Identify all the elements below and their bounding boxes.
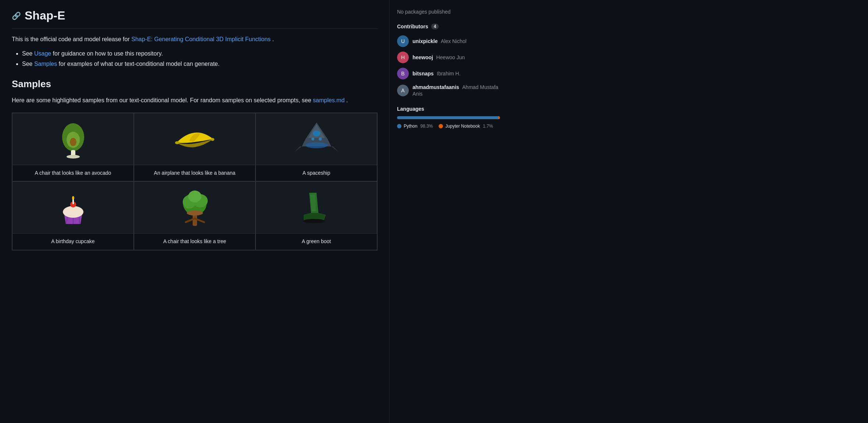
samples-link[interactable]: Samples [34, 61, 57, 67]
samples-intro-suffix: . [346, 97, 348, 103]
tree-chair-svg [176, 185, 213, 230]
cupcake-svg [55, 185, 92, 230]
svg-marker-13 [294, 146, 302, 152]
sample-caption-green-boot: A green boot [256, 233, 377, 250]
sample-caption-spaceship: A spaceship [256, 165, 377, 181]
svg-marker-14 [331, 146, 339, 152]
intro-bullets: See Usage for guidance on how to use thi… [22, 49, 378, 70]
svg-point-29 [187, 210, 203, 216]
svg-point-6 [211, 138, 214, 141]
samples-md-link[interactable]: samples.md [313, 97, 344, 103]
bullet-samples: See Samples for examples of what our tex… [22, 59, 378, 70]
contributor-heewooj[interactable]: H heewooj Heewoo Jun [397, 51, 500, 63]
contributor-username-bitsnaps: bitsnaps [412, 71, 434, 77]
svg-point-5 [175, 141, 179, 144]
page-title-section: 🔗 Shap-E [12, 9, 378, 29]
samples-intro: Here are some highlighted samples from o… [12, 96, 378, 105]
jupyter-dot [439, 124, 443, 128]
lang-jupyter: Jupyter Notebook 1.7% [439, 124, 493, 129]
contributors-header: Contributors 4 [397, 24, 500, 29]
languages-label: Languages [397, 106, 500, 112]
sample-image-cupcake [12, 182, 133, 233]
contributor-bitsnaps[interactable]: B bitsnaps Ibrahim H. [397, 68, 500, 79]
lang-python: Python 98.3% [397, 124, 433, 129]
sample-avocado-chair: A chair that looks like an avocado [12, 113, 134, 182]
page-title: Shap-E [25, 9, 65, 22]
link-anchor-icon: 🔗 [12, 11, 21, 20]
svg-text:B: B [401, 71, 404, 77]
main-content: 🔗 Shap-E This is the official code and m… [0, 0, 390, 423]
avatar-ahmadmustafaanis: A [397, 85, 409, 96]
svg-text:U: U [401, 38, 405, 44]
bullet-samples-text: for examples of what our text-conditiona… [57, 61, 219, 67]
contributor-fullname-bitsnaps: Ibrahim H. [437, 71, 461, 77]
jupyter-label: Jupyter Notebook [445, 124, 480, 129]
language-legend: Python 98.3% Jupyter Notebook 1.7% [397, 124, 500, 129]
sample-image-tree-chair [134, 182, 255, 233]
bullet-usage: See Usage for guidance on how to use thi… [22, 49, 378, 59]
sample-image-banana-airplane [134, 113, 255, 165]
svg-point-4 [67, 155, 80, 159]
avatar-bitsnaps: B [397, 68, 409, 79]
sidebar: No packages published Contributors 4 U u… [390, 0, 507, 423]
contributor-unixpickle[interactable]: U unixpickle Alex Nichol [397, 35, 500, 47]
bullet-usage-text: for guidance on how to use this reposito… [51, 50, 163, 57]
contributor-username-heewooj: heewooj [412, 54, 433, 60]
svg-text:H: H [401, 54, 405, 60]
spaceship-svg [293, 119, 340, 159]
sample-cupcake: A birthday cupcake [12, 181, 134, 250]
sample-image-spaceship [256, 113, 377, 165]
python-dot [397, 124, 401, 128]
svg-point-21 [72, 196, 74, 200]
svg-point-2 [70, 138, 76, 146]
usage-link[interactable]: Usage [34, 50, 51, 57]
shap-e-paper-link[interactable]: Shap-E: Generating Conditional 3D Implic… [131, 36, 271, 42]
samples-section-title: Samples [12, 78, 378, 90]
samples-grid: A chair that looks like an avocado An ai… [12, 113, 378, 250]
sample-tree-chair: A chair that looks like a tree [134, 181, 256, 250]
sample-caption-cupcake: A birthday cupcake [12, 233, 133, 250]
samples-intro-text: Here are some highlighted samples from o… [12, 97, 313, 103]
contributors-count-badge: 4 [431, 24, 439, 29]
sample-spaceship: A spaceship [256, 113, 377, 182]
svg-point-9 [306, 142, 328, 148]
contributors-section: Contributors 4 U unixpickle Alex Nichol … [397, 24, 500, 97]
sample-caption-avocado-chair: A chair that looks like an avocado [12, 165, 133, 181]
contributor-fullname-unixpickle: Alex Nichol [441, 38, 467, 44]
intro-text-after: . [272, 36, 274, 42]
sample-caption-banana-airplane: An airplane that looks like a banana [134, 165, 255, 181]
sample-caption-tree-chair: A chair that looks like a tree [134, 233, 255, 250]
python-bar-segment [397, 116, 498, 119]
avocado-chair-svg [55, 117, 92, 161]
svg-point-11 [311, 138, 314, 141]
languages-section: Languages Python 98.3% Jupyter Notebook … [397, 106, 500, 129]
banana-airplane-svg [171, 121, 219, 157]
green-boot-svg [296, 185, 337, 230]
jupyter-bar-segment [498, 116, 500, 119]
contributors-label: Contributors [397, 24, 428, 29]
language-bar [397, 116, 500, 119]
contributor-fullname-heewooj: Heewoo Jun [436, 54, 465, 60]
no-packages-text: No packages published [397, 9, 500, 15]
avatar-heewooj: H [397, 51, 409, 63]
python-label: Python [404, 124, 417, 129]
svg-text:A: A [401, 88, 405, 93]
sample-image-avocado-chair [12, 113, 133, 165]
sample-banana-airplane: An airplane that looks like a banana [134, 113, 256, 182]
sample-green-boot: A green boot [256, 181, 377, 250]
svg-point-30 [303, 219, 325, 223]
contributor-ahmadmustafaanis[interactable]: A ahmadmustafaanis Ahmad Mustafa Anis [397, 84, 500, 97]
jupyter-percent: 1.7% [483, 124, 493, 129]
intro-paragraph: This is the official code and model rele… [12, 35, 378, 44]
svg-point-10 [313, 131, 320, 136]
svg-point-28 [188, 191, 201, 202]
contributor-username-unixpickle: unixpickle [412, 38, 437, 44]
intro-text-before: This is the official code and model rele… [12, 36, 131, 42]
contributor-username-ahmadmustafaanis: ahmadmustafaanis [412, 84, 459, 90]
avatar-unixpickle: U [397, 35, 409, 47]
sample-image-green-boot [256, 182, 377, 233]
python-percent: 98.3% [420, 124, 433, 129]
svg-point-12 [319, 138, 322, 141]
